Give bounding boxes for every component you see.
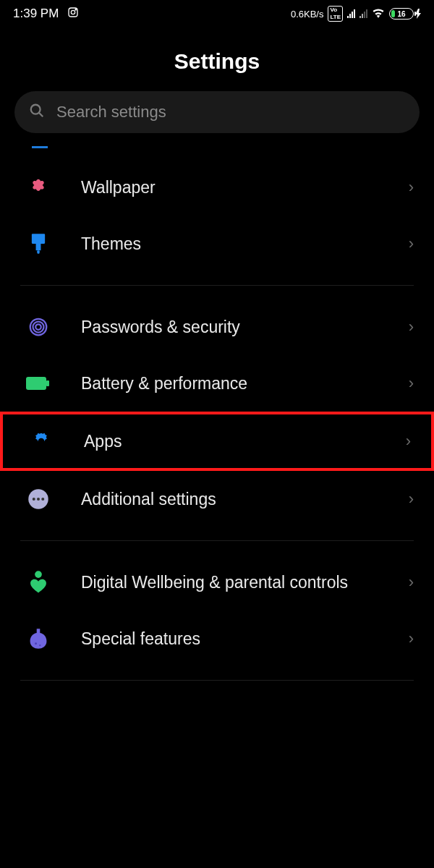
settings-item-label: Apps	[84, 432, 375, 451]
signal-icon-2	[359, 9, 367, 18]
svg-line-4	[39, 113, 43, 117]
settings-item-label: Wallpaper	[81, 178, 378, 197]
chevron-right-icon: ›	[409, 234, 414, 253]
svg-point-18	[35, 571, 42, 578]
settings-item-wellbeing[interactable]: Digital Wellbeing & parental controls ›	[0, 554, 434, 610]
settings-item-battery[interactable]: Battery & performance ›	[0, 355, 434, 412]
svg-rect-11	[26, 377, 46, 390]
instagram-icon	[67, 7, 79, 22]
svg-point-10	[35, 324, 41, 330]
network-speed: 0.6KB/s	[291, 9, 324, 20]
flower-icon	[26, 175, 51, 200]
chevron-right-icon: ›	[409, 490, 414, 509]
settings-item-label: Additional settings	[81, 490, 378, 509]
chevron-right-icon: ›	[409, 573, 414, 592]
settings-item-additional[interactable]: Additional settings ›	[0, 471, 434, 527]
svg-point-15	[33, 498, 35, 501]
search-input[interactable]: Search settings	[14, 91, 420, 133]
settings-item-label: Themes	[81, 234, 378, 254]
settings-item-label: Passwords & security	[81, 318, 378, 337]
heart-person-icon	[26, 570, 51, 595]
settings-item-label: Special features	[81, 629, 378, 649]
chevron-right-icon: ›	[409, 318, 414, 336]
svg-point-1	[72, 10, 75, 14]
search-icon	[29, 103, 45, 122]
svg-point-17	[41, 498, 44, 501]
section-divider	[20, 540, 414, 541]
settings-item-label: Digital Wellbeing & parental controls	[81, 572, 378, 593]
svg-rect-12	[46, 380, 49, 386]
settings-item-passwords[interactable]: Passwords & security ›	[0, 299, 434, 355]
partial-row	[14, 146, 420, 153]
svg-rect-6	[36, 244, 41, 250]
chevron-right-icon: ›	[409, 374, 414, 393]
chevron-right-icon: ›	[409, 629, 414, 648]
gear-icon	[29, 429, 54, 454]
svg-point-2	[75, 9, 76, 9]
svg-point-20	[39, 644, 41, 646]
flask-icon	[26, 626, 51, 651]
status-time: 1:39 PM	[13, 7, 59, 21]
section-divider	[20, 285, 414, 286]
battery-icon: 16	[389, 8, 421, 20]
svg-point-16	[37, 498, 40, 501]
search-placeholder: Search settings	[56, 103, 166, 122]
svg-point-3	[31, 105, 41, 114]
settings-item-special[interactable]: Special features ›	[0, 610, 434, 667]
battery-icon	[26, 371, 51, 396]
settings-item-label: Battery & performance	[81, 374, 378, 393]
svg-rect-5	[32, 234, 45, 244]
svg-rect-7	[37, 250, 39, 254]
fingerprint-icon	[26, 315, 51, 339]
chevron-right-icon: ›	[406, 432, 411, 451]
page-title: Settings	[0, 27, 434, 91]
settings-item-apps[interactable]: Apps ›	[0, 412, 434, 471]
svg-point-13	[38, 438, 45, 445]
svg-point-9	[33, 322, 44, 333]
brush-icon	[26, 231, 51, 256]
volte-badge: VoLTE	[328, 6, 343, 22]
settings-list: Wallpaper › Themes › Passwords & securit…	[0, 159, 434, 681]
signal-icon-1	[347, 9, 355, 18]
ellipsis-icon	[26, 487, 51, 511]
settings-item-wallpaper[interactable]: Wallpaper ›	[0, 159, 434, 216]
status-bar: 1:39 PM 0.6KB/s VoLTE 16	[0, 0, 434, 27]
settings-item-themes[interactable]: Themes ›	[0, 216, 434, 272]
section-divider	[20, 680, 414, 681]
wifi-icon	[372, 8, 385, 20]
chevron-right-icon: ›	[409, 178, 414, 197]
svg-point-19	[35, 642, 37, 644]
